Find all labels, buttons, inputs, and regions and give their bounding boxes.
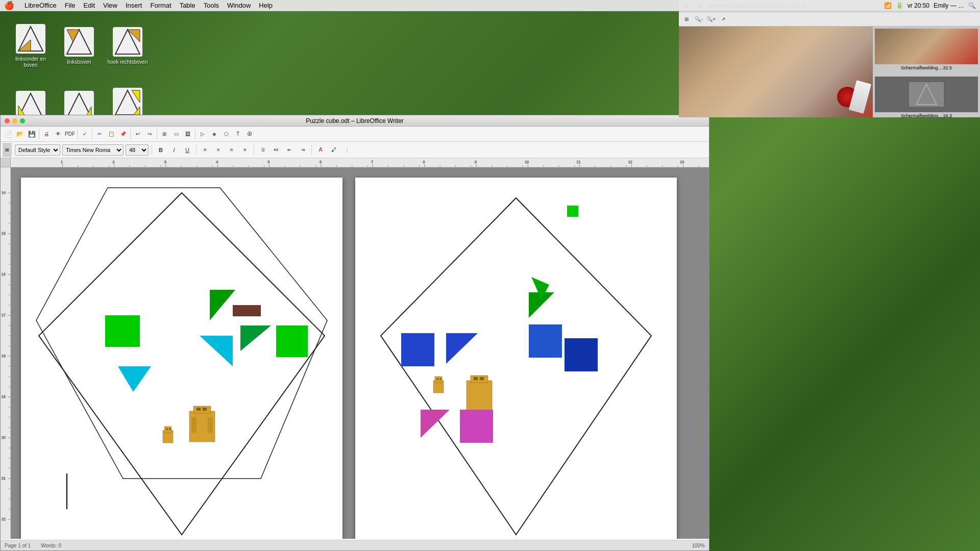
svg-text:13: 13 bbox=[680, 160, 684, 164]
tb-underline[interactable]: U bbox=[182, 144, 193, 156]
menu-window[interactable]: Window bbox=[223, 2, 255, 9]
desktop-icon-linksonder-en-boven[interactable]: linksonder en boven bbox=[8, 15, 54, 77]
battery-icon: 🔋 bbox=[896, 2, 903, 9]
svg-point-158 bbox=[436, 378, 438, 380]
svg-rect-155 bbox=[565, 338, 598, 371]
writer-content-wrapper: 1 2 3 4 bbox=[1, 158, 709, 539]
svg-text:1: 1 bbox=[61, 160, 63, 164]
svg-rect-141 bbox=[193, 406, 211, 413]
thumb-item-2[interactable]: Schermafbeelding....16.3 bbox=[873, 74, 980, 117]
screenshot-tb-1[interactable]: ⊞ bbox=[681, 14, 692, 25]
tb-paste[interactable]: 📌 bbox=[117, 129, 129, 140]
ruler-row: 1 2 3 4 bbox=[1, 158, 709, 167]
menubar: 🍎 LibreOffice File Edit View Insert Form… bbox=[0, 0, 980, 11]
tb-new[interactable]: 📄 bbox=[3, 129, 14, 140]
page2-svg bbox=[355, 178, 677, 539]
tb-indent-out[interactable]: ⇤ bbox=[284, 144, 295, 156]
tb-copy[interactable]: 📋 bbox=[106, 129, 117, 140]
tb-image[interactable]: 🖼 bbox=[182, 129, 193, 140]
tb-redo[interactable]: ↪ bbox=[144, 129, 155, 140]
svg-text:19: 19 bbox=[2, 395, 6, 398]
desktop-icon-linksboven[interactable]: linksboven bbox=[56, 15, 102, 77]
tb-sep4 bbox=[130, 129, 131, 139]
tb-undo[interactable]: ↩ bbox=[132, 129, 143, 140]
size-dropdown[interactable]: 48 bbox=[126, 144, 149, 156]
tb-draw5[interactable]: ⦿ bbox=[244, 129, 255, 140]
writer-minimize-button[interactable] bbox=[12, 118, 17, 123]
menu-file[interactable]: File bbox=[61, 2, 80, 9]
svg-rect-165 bbox=[460, 410, 493, 443]
time-display: vr 20:50 bbox=[908, 2, 929, 9]
tb-align-left[interactable]: ≡ bbox=[200, 144, 211, 156]
tb-sep5 bbox=[157, 129, 157, 139]
svg-rect-20 bbox=[11, 158, 709, 167]
svg-text:8: 8 bbox=[423, 160, 425, 164]
screenshot-tb-4[interactable]: ↗ bbox=[718, 14, 729, 25]
thumb-item-1[interactable]: Schermafbeelding....32.5 bbox=[873, 27, 980, 72]
svg-marker-132 bbox=[118, 366, 151, 392]
svg-text:16: 16 bbox=[2, 272, 6, 276]
tb-cut[interactable]: ✂ bbox=[94, 129, 105, 140]
tb-bullet-list[interactable]: •≡ bbox=[271, 144, 282, 156]
tb-frame[interactable]: ▭ bbox=[170, 129, 182, 140]
tb-indent-in[interactable]: ⇥ bbox=[297, 144, 308, 156]
svg-marker-130 bbox=[210, 290, 235, 320]
tb-bold[interactable]: B bbox=[155, 144, 166, 156]
tb-more[interactable]: ⋮ bbox=[341, 144, 353, 156]
svg-text:20: 20 bbox=[2, 436, 6, 439]
tb-save[interactable]: 💾 bbox=[26, 129, 37, 140]
writer-close-button[interactable] bbox=[5, 118, 10, 123]
tb-draw4[interactable]: T bbox=[232, 129, 243, 140]
menu-libreoffice[interactable]: LibreOffice bbox=[20, 2, 61, 9]
menu-table[interactable]: Table bbox=[176, 2, 200, 9]
font-dropdown[interactable]: Times New Roma bbox=[62, 144, 124, 156]
tb-italic[interactable]: I bbox=[168, 144, 180, 156]
screenshot-tb-2[interactable]: 🔍- bbox=[693, 14, 704, 25]
tb-draw1[interactable]: ▷ bbox=[197, 129, 208, 140]
svg-rect-142 bbox=[197, 408, 201, 411]
svg-rect-129 bbox=[105, 315, 140, 347]
tb-preview[interactable]: 👁 bbox=[53, 129, 64, 140]
page-info: Page 1 of 1 bbox=[5, 543, 31, 548]
writer-title: Puzzle cube.odt – LibreOffice Writer bbox=[306, 117, 404, 124]
screenshot-tb-3[interactable]: 🔍+ bbox=[705, 14, 717, 25]
tb-sep3 bbox=[92, 129, 92, 139]
writer-canvas[interactable] bbox=[11, 167, 709, 539]
fmt-sep4 bbox=[311, 145, 312, 155]
menu-insert[interactable]: Insert bbox=[121, 2, 146, 9]
svg-marker-133 bbox=[240, 325, 271, 351]
desktop: 🍎 LibreOffice File Edit View Insert Form… bbox=[0, 0, 980, 551]
menu-tools[interactable]: Tools bbox=[200, 2, 223, 9]
ruler-horizontal: 1 2 3 4 bbox=[11, 158, 709, 167]
tb-align-center[interactable]: ≡ bbox=[213, 144, 224, 156]
tb-open[interactable]: 📂 bbox=[14, 129, 26, 140]
tb-align-justify[interactable]: ≡ bbox=[239, 144, 251, 156]
search-icon[interactable]: 🔍 bbox=[968, 2, 976, 9]
svg-rect-162 bbox=[474, 377, 478, 380]
tb-num-list[interactable]: ① bbox=[257, 144, 268, 156]
tb-draw2[interactable]: ◈ bbox=[209, 129, 220, 140]
tb-print[interactable]: 🖨 bbox=[41, 129, 52, 140]
svg-text:10: 10 bbox=[525, 160, 529, 164]
tb-highlight[interactable]: 🖍 bbox=[328, 144, 339, 156]
writer-maximize-button[interactable] bbox=[20, 118, 25, 123]
tb-spellcheck[interactable]: ✓ bbox=[79, 129, 90, 140]
tb-align-right[interactable]: ≡ bbox=[226, 144, 237, 156]
menu-format[interactable]: Format bbox=[146, 2, 175, 9]
apple-menu[interactable]: 🍎 bbox=[4, 1, 14, 10]
style-dropdown[interactable]: Default Style bbox=[15, 144, 60, 156]
user-display: Emily — … bbox=[934, 2, 964, 9]
menu-edit[interactable]: Edit bbox=[80, 2, 99, 9]
svg-marker-151 bbox=[446, 333, 478, 364]
tb-draw3[interactable]: ⬡ bbox=[220, 129, 232, 140]
svg-rect-18 bbox=[909, 82, 944, 107]
tb-pdf[interactable]: PDF bbox=[64, 129, 76, 140]
menu-help[interactable]: Help bbox=[255, 2, 277, 9]
menu-view[interactable]: View bbox=[99, 2, 121, 9]
svg-text:7: 7 bbox=[371, 160, 373, 164]
tb-table[interactable]: ⊞ bbox=[159, 129, 170, 140]
svg-text:15: 15 bbox=[2, 232, 6, 235]
svg-text:12: 12 bbox=[628, 160, 632, 164]
tb-font-color[interactable]: A bbox=[315, 144, 326, 156]
desktop-icon-hoek-rechtsboven[interactable]: hoek rechtsboven bbox=[105, 15, 151, 77]
